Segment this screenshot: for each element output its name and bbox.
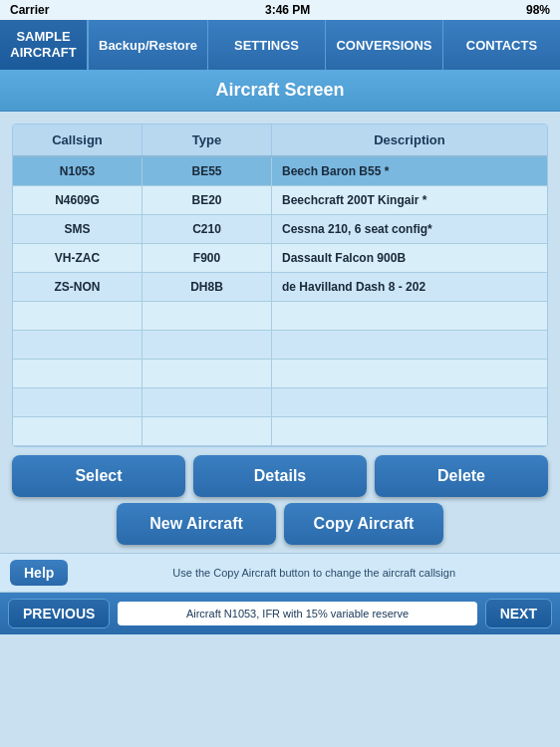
cell-callsign: VH-ZAC <box>13 244 142 272</box>
cell-empty <box>272 331 547 359</box>
cell-description: de Havilland Dash 8 - 202 <box>272 273 547 301</box>
cell-callsign: SMS <box>13 215 142 243</box>
cell-callsign: N1053 <box>13 157 142 185</box>
cell-empty <box>272 360 547 387</box>
bottom-nav: PREVIOUS Aircraft N1053, IFR with 15% va… <box>0 593 560 634</box>
cell-empty <box>13 417 142 445</box>
next-button[interactable]: NEXT <box>485 599 552 628</box>
table-row-empty[interactable] <box>13 302 547 331</box>
help-button[interactable]: Help <box>10 560 68 586</box>
cell-empty <box>142 331 272 359</box>
cell-type: BE20 <box>142 186 272 214</box>
bottom-center-text: Aircraft N1053, IFR with 15% variable re… <box>118 602 476 625</box>
help-text: Use the Copy Aircraft button to change t… <box>78 567 550 579</box>
cell-empty <box>142 388 272 416</box>
table-body: N1053 BE55 Beech Baron B55 * N4609G BE20… <box>13 157 547 446</box>
buttons-row2: New Aircraft Copy Aircraft <box>12 503 548 545</box>
cell-description: Dassault Falcon 900B <box>272 244 547 272</box>
cell-type: BE55 <box>142 157 272 185</box>
table-row[interactable]: VH-ZAC F900 Dassault Falcon 900B <box>13 244 547 273</box>
table-row[interactable]: N4609G BE20 Beechcraft 200T Kingair * <box>13 186 547 215</box>
cell-empty <box>142 302 272 330</box>
nav-conversions[interactable]: CONVERSIONS <box>325 20 442 70</box>
details-button[interactable]: Details <box>193 455 367 497</box>
cell-description: Beech Baron B55 * <box>272 157 547 185</box>
cell-callsign: ZS-NON <box>13 273 142 301</box>
nav-contacts[interactable]: CONTACTS <box>442 20 560 70</box>
cell-type: F900 <box>142 244 272 272</box>
table-row-empty[interactable] <box>13 360 547 388</box>
carrier-label: Carrier <box>10 3 49 17</box>
table-header: Callsign Type Description <box>13 124 547 157</box>
status-bar: Carrier 3:46 PM 98% <box>0 0 560 20</box>
cell-empty <box>142 360 272 387</box>
page-title: Aircraft Screen <box>0 70 560 112</box>
cell-type: DH8B <box>142 273 272 301</box>
help-bar: Help Use the Copy Aircraft button to cha… <box>0 553 560 593</box>
cell-empty <box>142 417 272 445</box>
select-button[interactable]: Select <box>12 455 185 497</box>
cell-empty <box>272 388 547 416</box>
buttons-row1: Select Details Delete <box>12 455 548 497</box>
aircraft-table: Callsign Type Description N1053 BE55 Bee… <box>12 124 548 447</box>
cell-description: Cessna 210, 6 seat config* <box>272 215 547 243</box>
battery-label: 98% <box>526 3 550 17</box>
table-row[interactable]: SMS C210 Cessna 210, 6 seat config* <box>13 215 547 244</box>
nav-backup-restore[interactable]: Backup/Restore <box>88 20 207 70</box>
nav-bar: SAMPLEAIRCRAFT Backup/Restore SETTINGS C… <box>0 20 560 70</box>
cell-empty <box>272 417 547 445</box>
table-row-empty[interactable] <box>13 331 547 360</box>
table-row[interactable]: N1053 BE55 Beech Baron B55 * <box>13 157 547 186</box>
nav-brand: SAMPLEAIRCRAFT <box>0 20 88 70</box>
table-row-empty[interactable] <box>13 388 547 417</box>
cell-empty <box>272 302 547 330</box>
nav-settings[interactable]: SETTINGS <box>207 20 325 70</box>
cell-empty <box>13 360 142 387</box>
col-type: Type <box>142 124 272 155</box>
delete-button[interactable]: Delete <box>375 455 548 497</box>
cell-empty <box>13 302 142 330</box>
cell-empty <box>13 388 142 416</box>
cell-callsign: N4609G <box>13 186 142 214</box>
cell-description: Beechcraft 200T Kingair * <box>272 186 547 214</box>
new-aircraft-button[interactable]: New Aircraft <box>117 503 276 545</box>
col-callsign: Callsign <box>13 124 142 155</box>
table-row-empty[interactable] <box>13 417 547 446</box>
time-label: 3:46 PM <box>265 3 310 17</box>
cell-type: C210 <box>142 215 272 243</box>
cell-empty <box>13 331 142 359</box>
table-row[interactable]: ZS-NON DH8B de Havilland Dash 8 - 202 <box>13 273 547 302</box>
copy-aircraft-button[interactable]: Copy Aircraft <box>284 503 443 545</box>
col-description: Description <box>272 124 547 155</box>
previous-button[interactable]: PREVIOUS <box>8 599 110 628</box>
